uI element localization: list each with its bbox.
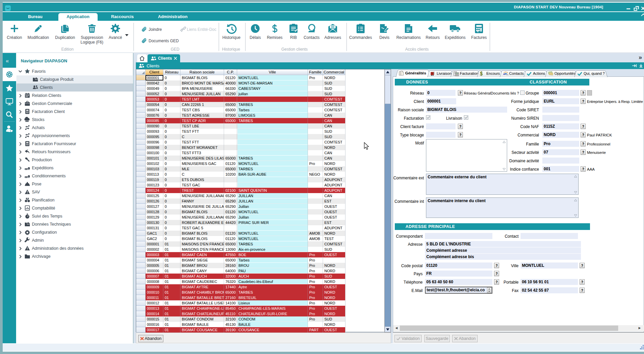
svg-text:$: $ xyxy=(480,71,483,76)
svg-text:€: € xyxy=(477,30,479,33)
